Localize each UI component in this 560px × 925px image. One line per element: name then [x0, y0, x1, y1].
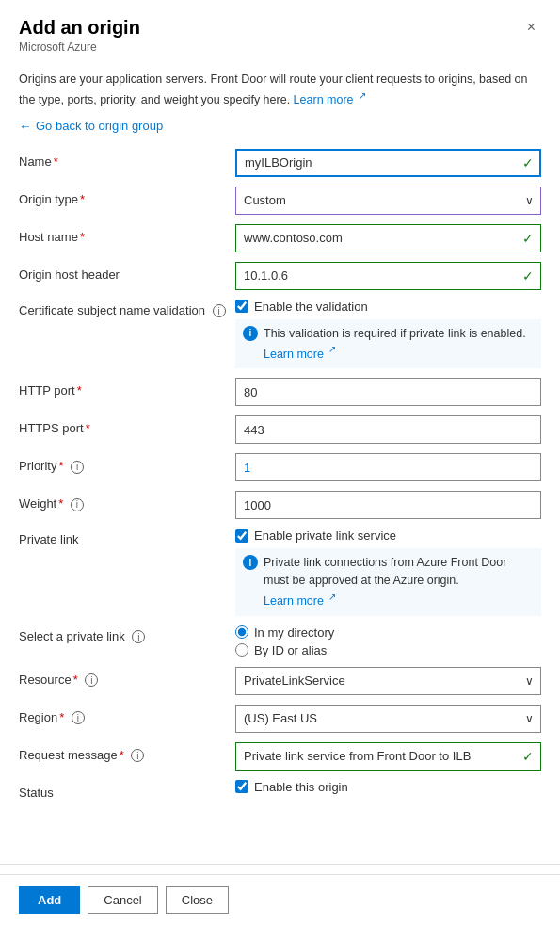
- footer-divider: [0, 864, 560, 865]
- status-row: Status Enable this origin: [19, 780, 541, 808]
- region-row: Region* i (US) East US (US) West US ∨: [19, 705, 541, 733]
- name-field-row: Name* ✓: [19, 149, 541, 177]
- cancel-button[interactable]: Cancel: [88, 886, 157, 914]
- cert-validation-label: Certificate subject name validation i: [19, 300, 235, 318]
- region-info-icon[interactable]: i: [72, 711, 85, 724]
- origin-type-select[interactable]: Custom App Services Storage: [235, 187, 541, 215]
- cert-validation-info-box: i This validation is required if private…: [235, 319, 541, 369]
- https-port-row: HTTPS port*: [19, 415, 541, 444]
- name-input[interactable]: [235, 149, 541, 177]
- status-enable-checkbox[interactable]: [235, 780, 248, 793]
- select-private-link-row: Select a private link i In my directory …: [19, 625, 541, 657]
- cert-validation-row: Certificate subject name validation i En…: [19, 300, 541, 369]
- description-text: Origins are your application servers. Fr…: [19, 71, 541, 109]
- name-label: Name*: [19, 149, 235, 169]
- request-message-check-icon: ✓: [522, 749, 534, 764]
- cert-validation-learn-more-link[interactable]: Learn more ↗: [264, 348, 336, 361]
- status-label: Status: [19, 780, 235, 800]
- radio-in-my-directory-label: In my directory: [254, 625, 334, 640]
- back-arrow-icon: ←: [19, 119, 32, 134]
- origin-host-header-check-icon: ✓: [522, 268, 534, 284]
- radio-by-id-label: By ID or alias: [254, 643, 327, 657]
- host-name-field-row: Host name* ✓: [19, 224, 541, 252]
- select-private-link-info-icon[interactable]: i: [132, 630, 145, 643]
- panel-footer: Add Cancel Close: [0, 874, 560, 925]
- radio-by-id-row: By ID or alias: [235, 643, 541, 657]
- add-button[interactable]: Add: [19, 886, 80, 914]
- cert-validation-checkbox-row: Enable the validation: [235, 300, 541, 314]
- priority-input[interactable]: [235, 453, 541, 481]
- panel-header: Add an origin Microsoft Azure ×: [0, 0, 560, 61]
- host-name-input[interactable]: [235, 224, 541, 252]
- request-message-info-icon[interactable]: i: [131, 749, 144, 762]
- cert-validation-checkbox-label: Enable the validation: [254, 300, 368, 314]
- private-link-learn-more-link[interactable]: Learn more ↗: [264, 594, 336, 608]
- back-to-origin-group-link[interactable]: ← Go back to origin group: [19, 119, 541, 134]
- weight-row: Weight* i: [19, 491, 541, 519]
- cert-validation-info-icon[interactable]: i: [213, 304, 226, 317]
- priority-label: Priority* i: [19, 453, 235, 474]
- panel-body: Origins are your application servers. Fr…: [0, 61, 560, 854]
- status-checkbox-row: Enable this origin: [235, 780, 541, 794]
- status-checkbox-label: Enable this origin: [254, 780, 348, 794]
- radio-by-id-or-alias[interactable]: [235, 643, 248, 657]
- cert-validation-info-text: This validation is required if private l…: [264, 325, 526, 364]
- private-link-radio-group: In my directory By ID or alias: [235, 625, 541, 657]
- origin-type-label: Origin type*: [19, 187, 235, 206]
- https-port-label: HTTPS port*: [19, 415, 235, 435]
- radio-in-my-directory[interactable]: [235, 625, 248, 639]
- request-message-row: Request message* i ✓: [19, 742, 541, 771]
- origin-host-header-row: Origin host header ✓: [19, 262, 541, 290]
- panel-subtitle: Microsoft Azure: [19, 41, 140, 54]
- private-link-row: Private link Enable private link service…: [19, 528, 541, 615]
- weight-info-icon[interactable]: i: [71, 498, 84, 511]
- name-check-icon: ✓: [522, 155, 534, 170]
- http-port-row: HTTP port*: [19, 378, 541, 406]
- cert-validation-checkbox[interactable]: [235, 300, 248, 313]
- priority-row: Priority* i: [19, 453, 541, 481]
- http-port-input[interactable]: [235, 378, 541, 406]
- description-learn-more-link[interactable]: Learn more ↗: [294, 93, 366, 106]
- host-name-label: Host name*: [19, 224, 235, 244]
- close-button[interactable]: ×: [521, 17, 541, 38]
- private-link-info-text: Private link connections from Azure Fron…: [264, 554, 534, 609]
- footer-close-button[interactable]: Close: [166, 886, 229, 914]
- private-link-info-box: i Private link connections from Azure Fr…: [235, 548, 541, 615]
- private-link-checkbox-row: Enable private link service: [235, 528, 541, 543]
- private-link-info-circle-icon: i: [243, 555, 258, 570]
- weight-input[interactable]: [235, 491, 541, 519]
- resource-row: Resource* i PrivateLinkService ∨: [19, 667, 541, 695]
- add-origin-panel: Add an origin Microsoft Azure × Origins …: [0, 0, 560, 925]
- region-label: Region* i: [19, 705, 235, 725]
- host-name-check-icon: ✓: [522, 231, 534, 246]
- resource-label: Resource* i: [19, 667, 235, 688]
- cert-learn-more-external-icon: ↗: [328, 344, 336, 354]
- origin-host-header-input[interactable]: [235, 262, 541, 290]
- private-link-checkbox[interactable]: [235, 529, 248, 543]
- https-port-input[interactable]: [235, 415, 541, 444]
- external-link-icon: ↗: [359, 90, 366, 101]
- request-message-input[interactable]: [235, 742, 541, 771]
- priority-info-icon[interactable]: i: [71, 461, 84, 474]
- request-message-label: Request message* i: [19, 742, 235, 763]
- radio-in-my-directory-row: In my directory: [235, 625, 541, 640]
- select-private-link-label: Select a private link i: [19, 625, 235, 644]
- weight-label: Weight* i: [19, 491, 235, 511]
- cert-info-circle-icon: i: [243, 326, 258, 341]
- origin-type-field-row: Origin type* Custom App Services Storage…: [19, 187, 541, 215]
- region-select[interactable]: (US) East US (US) West US: [235, 705, 541, 733]
- http-port-label: HTTP port*: [19, 378, 235, 398]
- resource-select[interactable]: PrivateLinkService: [235, 667, 541, 695]
- private-link-label: Private link: [19, 528, 235, 546]
- resource-info-icon[interactable]: i: [85, 673, 98, 687]
- private-link-external-icon: ↗: [328, 592, 336, 602]
- private-link-checkbox-label: Enable private link service: [254, 528, 396, 543]
- origin-host-header-label: Origin host header: [19, 262, 235, 282]
- panel-title: Add an origin: [19, 17, 140, 39]
